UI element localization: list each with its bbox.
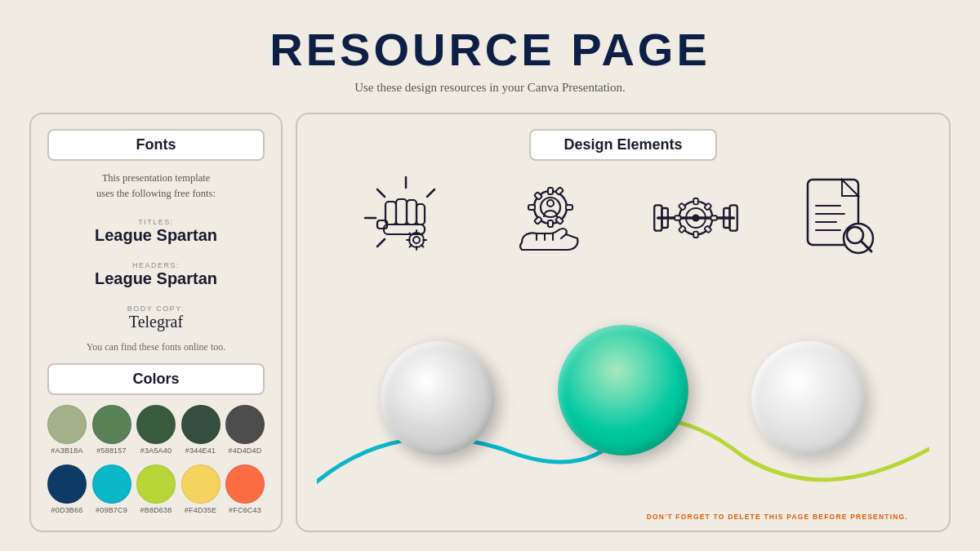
fonts-intro: This presentation templateuses the follo… [47, 171, 265, 202]
colors-header: Colors [47, 363, 265, 395]
circle-white-left [381, 341, 495, 455]
circle-white-right [751, 341, 866, 455]
svg-point-31 [547, 200, 554, 207]
right-panel: Design Elements [296, 113, 951, 532]
svg-line-3 [377, 239, 385, 247]
svg-rect-29 [555, 187, 564, 195]
svg-point-12 [413, 237, 420, 243]
page-subtitle: Use these design resources in your Canva… [0, 81, 980, 95]
svg-rect-7 [407, 200, 416, 224]
svg-rect-46 [679, 203, 686, 211]
footer-warning: DON'T FORGET TO DELETE THIS PAGE BEFORE … [647, 513, 908, 521]
document-search-svg [800, 173, 881, 263]
svg-point-50 [692, 214, 699, 221]
left-panel: Fonts This presentation templateuses the… [29, 113, 283, 532]
color-swatch-588157: #588157 [92, 405, 131, 455]
barbell-gear-svg [647, 181, 745, 255]
color-hex-fc6c43: #FC6C43 [229, 506, 261, 514]
title-font-entry: TITLES: League Spartan [47, 218, 265, 245]
svg-rect-44 [675, 216, 680, 220]
svg-line-4 [427, 189, 434, 197]
color-circle-3a5a40 [136, 405, 176, 444]
header-font-name: League Spartan [47, 269, 265, 288]
svg-rect-43 [693, 232, 698, 238]
svg-rect-8 [416, 204, 425, 224]
svg-rect-49 [679, 225, 686, 233]
title-font-name: League Spartan [47, 226, 265, 245]
color-hex-588157: #588157 [96, 447, 126, 455]
color-hex-f4d35e: #F4D35E [185, 506, 216, 514]
icons-row [317, 169, 929, 267]
svg-rect-42 [693, 198, 698, 204]
fist-gear-icon [357, 169, 455, 267]
page-header: RESOURCE PAGE Use these design resources… [0, 0, 980, 101]
circle-gradient-center [558, 325, 688, 455]
color-circle-344e41 [181, 405, 220, 444]
color-circle-4d4d4d [225, 405, 265, 444]
color-circle-09b7c9 [92, 464, 131, 504]
color-circle-fc6c43 [225, 464, 265, 504]
color-hex-09b7c9: #09B7C9 [96, 506, 127, 514]
svg-rect-25 [528, 205, 535, 210]
color-swatch-0d3b66: #0D3B66 [47, 464, 87, 514]
barbell-gear-icon [647, 169, 745, 267]
header-font-entry: HEADERS: League Spartan [47, 261, 265, 288]
color-swatch-a3b18a: #A3B18A [47, 405, 87, 455]
circles-section [317, 267, 929, 514]
color-circle-f4d35e [181, 464, 220, 504]
color-swatch-b8d638: #B8D638 [136, 464, 176, 514]
color-swatch-4d4d4d: #4D4D4D [225, 405, 265, 455]
svg-line-19 [409, 245, 412, 247]
svg-rect-26 [566, 205, 572, 210]
color-swatch-fc6c43: #FC6C43 [225, 464, 265, 514]
svg-line-1 [377, 189, 385, 197]
svg-rect-45 [710, 216, 716, 220]
svg-rect-23 [548, 188, 553, 194]
color-swatch-09b7c9: #09B7C9 [92, 464, 131, 514]
color-row-1: #A3B18A #588157 #3A5A40 #344E41 #4D4D4D [47, 405, 265, 455]
color-swatch-f4d35e: #F4D35E [181, 464, 220, 514]
color-circle-b8d638 [136, 464, 176, 504]
header-font-label: HEADERS: [47, 261, 265, 269]
title-font-label: TITLES: [47, 218, 265, 226]
hand-gear-icon [501, 169, 599, 267]
color-hex-3a5a40: #3A5A40 [140, 447, 172, 455]
svg-rect-6 [396, 199, 407, 224]
document-search-icon [791, 169, 889, 267]
body-font-name: Telegraf [47, 313, 265, 331]
color-circle-0d3b66 [47, 464, 87, 504]
svg-rect-30 [534, 216, 542, 224]
design-elements-header: Design Elements [529, 129, 716, 161]
color-swatch-344e41: #344E41 [181, 405, 220, 455]
fonts-header: Fonts [47, 129, 265, 161]
hand-gear-svg [506, 173, 595, 263]
color-hex-4d4d4d: #4D4D4D [229, 447, 262, 455]
color-circle-a3b18a [47, 405, 87, 444]
color-hex-b8d638: #B8D638 [140, 506, 172, 514]
main-area: Fonts This presentation templateuses the… [0, 113, 980, 532]
body-font-entry: BODY COPY: Telegraf [47, 304, 265, 331]
page-title: RESOURCE PAGE [0, 23, 980, 76]
svg-rect-24 [548, 220, 553, 227]
color-row-2: #0D3B66 #09B7C9 #B8D638 #F4D35E #FC6C43 [47, 464, 265, 514]
color-swatch-3a5a40: #3A5A40 [136, 405, 176, 455]
svg-line-18 [421, 245, 424, 247]
fonts-online-note: You can find these fonts online too. [47, 341, 265, 353]
body-font-label: BODY COPY: [47, 304, 265, 313]
color-circle-588157 [92, 405, 131, 444]
color-hex-a3b18a: #A3B18A [51, 447, 82, 455]
color-hex-344e41: #344E41 [185, 447, 216, 455]
color-hex-0d3b66: #0D3B66 [51, 506, 83, 514]
fist-gear-svg [361, 173, 451, 263]
